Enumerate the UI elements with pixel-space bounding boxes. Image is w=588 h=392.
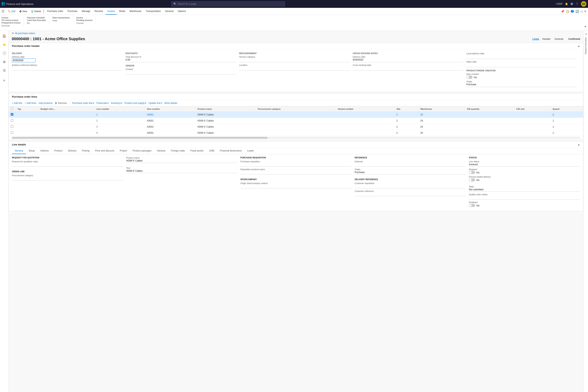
row-checkbox[interactable] [9,124,16,130]
prevent-partial-toggle[interactable]: No [469,178,580,182]
page-header: 00000400 : 1001 - Acme Office Supplies L… [8,36,583,43]
product-supply-dropdown[interactable]: Product and supply ▾ [124,102,146,104]
finalized-switch[interactable] [469,204,475,207]
tab-project[interactable]: Project [117,148,130,154]
open-transactions-action[interactable]: Open transactions [52,16,70,19]
tab-foreign-trade[interactable]: Foreign trade [168,148,188,154]
row-item-number[interactable]: A0001 [145,118,196,124]
auto-created-switch[interactable] [466,76,472,79]
breadcrumb-link[interactable]: All purchase orders [15,32,35,35]
row-checkbox[interactable] [9,118,16,124]
settings-icon[interactable]: ⚙️ [570,2,573,5]
usmf-label[interactable]: USMF [556,2,563,5]
row-checkbox[interactable] [9,112,16,118]
stopped-switch[interactable] [469,171,475,174]
row-item-number[interactable]: A0001 [145,124,196,130]
scrollbar-thumb[interactable] [12,137,268,139]
new-button[interactable]: ➕ New [18,10,29,13]
tab-picking[interactable]: Picking [79,148,92,154]
tab-receive[interactable]: Receive [93,8,105,15]
purchase-order-line-dropdown[interactable]: Purchase order line ▾ [72,102,94,104]
tab-financial-dimensions[interactable]: Financial dimensions [217,148,244,154]
inventory-dropdown[interactable]: Inventory ▾ [111,102,122,104]
sidebar-recent[interactable]: 🕐 [1,50,8,57]
add-lines-button[interactable]: + Add lines [25,102,36,104]
tab-invoice[interactable]: Invoice [106,8,117,15]
tab-manage[interactable]: Manage [80,8,92,15]
tab-delivery[interactable]: Delivery [65,148,79,154]
row-item-number[interactable]: A0001 [145,112,196,118]
table-row[interactable]: 1 A0001 HDMI 6' Cables 2 29 1. [9,112,583,118]
payment-schedule-action[interactable]: Payment schedule [27,16,45,19]
col-budget: Budget chec... [38,106,94,112]
journals-invoice-action[interactable]: Invoice [76,16,83,19]
tab-variants[interactable]: Variants [154,148,168,154]
tab-setup[interactable]: Setup [26,148,38,154]
table-row[interactable]: 3 A0001 HDMI 6' Cables 2 29 1. [9,124,583,130]
tab-fixed-assets[interactable]: Fixed assets [188,148,206,154]
financials-dropdown[interactable]: Financials ▾ [96,102,108,104]
edit-button[interactable]: ✏️ Edit [6,10,17,13]
copy-icon[interactable]: 📋 [566,10,569,13]
tab-general[interactable]: General [163,8,176,15]
right-panel-expand[interactable]: ◁ [585,32,587,36]
badge-icon[interactable]: 1 [571,10,574,12]
tab-product-packages[interactable]: Product packages [130,148,154,154]
tab-loads[interactable]: Loads [244,148,256,154]
row-checkbox[interactable] [9,130,16,136]
select-all-checkbox[interactable] [11,108,13,110]
sidebar-filter[interactable]: ≡ [1,77,8,84]
delivery-date-input[interactable] [12,58,36,62]
user-avatar[interactable]: AD [581,1,586,7]
table-row[interactable]: 4 A0001 HDMI 6' Cables 2 29 1. [9,130,583,136]
pending-invoices-action[interactable]: Pending invoices [76,19,92,21]
invoice-action[interactable]: Invoice [2,16,8,19]
stopped-toggle[interactable]: No [469,171,580,174]
auto-created-toggle[interactable]: No [466,76,577,79]
tab-purchase[interactable]: Purchase [66,8,80,15]
tab-purchase-order[interactable]: Purchase order [45,8,65,15]
delete-button[interactable]: 🗑️ Delete [29,10,43,13]
finalized-toggle[interactable]: No [469,204,580,207]
tab-warehouse[interactable]: Warehouse [128,8,144,15]
section-header-purchase-order[interactable]: Purchase order header ▲ [9,43,583,49]
prepayment-action[interactable]: Prepayment invoice [2,22,20,24]
tab-price-discount[interactable]: Price and discount [92,148,117,154]
work-details-button[interactable]: Work details [164,102,178,104]
row-item-number[interactable]: A0001 [145,130,196,136]
back-icon[interactable]: ◁ [580,10,582,13]
help-icon[interactable]: ❓ [576,2,578,5]
search-bar[interactable]: 🔍 [171,1,285,6]
add-products-button[interactable]: Add products [38,102,52,104]
tab-address[interactable]: Address [38,148,52,154]
lines-nav-link[interactable]: Lines [532,38,539,40]
refresh-icon[interactable]: 🔄 [576,10,579,13]
remove-button[interactable]: 🗑 Remove [55,102,67,104]
prevent-partial-switch[interactable] [469,178,475,182]
ribbon-collapse-icon[interactable]: ▲ [584,25,586,28]
hamburger-icon[interactable]: ☰ [2,10,4,13]
sidebar-home[interactable]: 🏠 [1,32,8,40]
search-input[interactable] [178,2,283,5]
header-nav-link[interactable]: Header [542,38,551,40]
section-header-lines[interactable]: Purchase order lines [9,94,583,100]
section-header-line-details[interactable]: Line details ▲ [9,142,583,148]
proforma-action[interactable]: Pro forma invoice [2,19,18,21]
tab-product[interactable]: Product [52,148,65,154]
tab-general[interactable]: General [12,148,26,154]
tab-1099[interactable]: 1099 [206,148,217,154]
tab-retail[interactable]: Retail [117,8,127,15]
notification-icon[interactable]: 🔔 [565,2,568,5]
update-line-dropdown[interactable]: Update line ▾ [148,102,162,104]
pin-icon[interactable]: 📌 [561,10,564,13]
sidebar-list[interactable]: ☰ [1,67,8,74]
sidebar-grid[interactable]: ⊞ [1,58,8,65]
table-row[interactable]: 2 A0001 HDMI 6' Cables 2 29 1. [9,118,583,124]
tab-options[interactable]: Options [176,8,188,15]
add-line-button[interactable]: + Add line [12,102,22,104]
table-hscrollbar[interactable] [9,136,583,140]
tab-transportation[interactable]: Transportation [144,8,163,15]
sidebar-star[interactable]: ⭐ [1,41,8,48]
cashflow-action[interactable]: Cash flow forecasts [27,19,46,21]
close-icon[interactable]: ✕ [584,10,586,13]
